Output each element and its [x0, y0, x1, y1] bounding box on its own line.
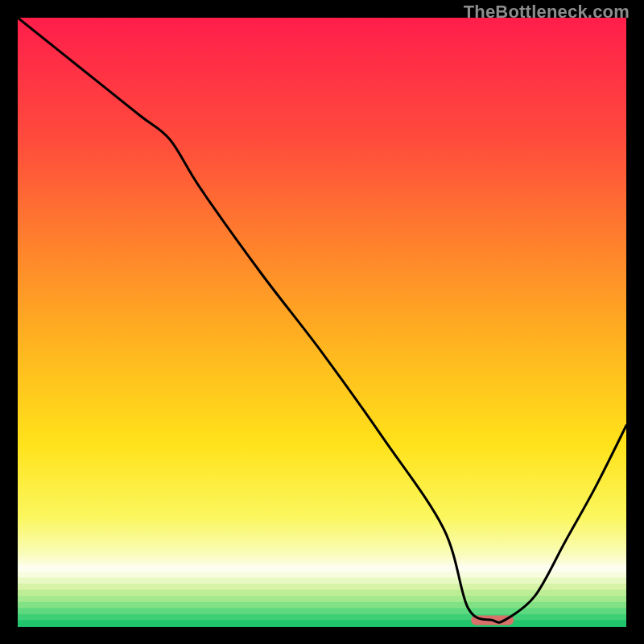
svg-rect-2 — [18, 578, 626, 585]
svg-rect-3 — [18, 584, 626, 591]
svg-rect-0 — [18, 565, 626, 572]
chart-frame: TheBottleneck.com — [0, 0, 644, 644]
svg-rect-8 — [18, 614, 626, 621]
watermark-text: TheBottleneck.com — [464, 2, 630, 23]
gradient-background — [18, 18, 626, 626]
svg-rect-9 — [18, 620, 626, 627]
svg-rect-6 — [18, 602, 626, 609]
svg-rect-7 — [18, 608, 626, 615]
svg-rect-1 — [18, 572, 626, 579]
chart-svg — [0, 0, 644, 644]
